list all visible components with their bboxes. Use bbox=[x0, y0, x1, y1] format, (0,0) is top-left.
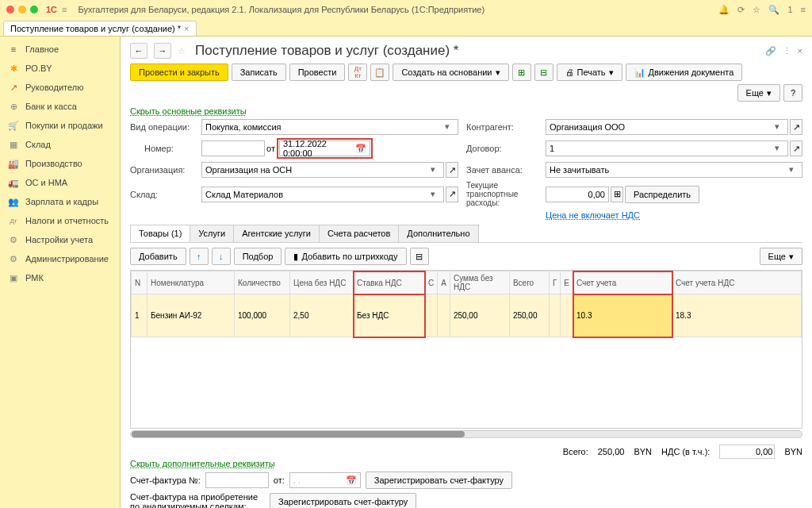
op-type-select[interactable]: Покупка, комиссия▾ bbox=[201, 119, 458, 135]
table-row[interactable]: 1 Бензин АИ-92 100,000 2,50 Без НДС 250,… bbox=[132, 294, 802, 337]
cell-total[interactable]: 250,00 bbox=[509, 294, 549, 337]
window-min-icon[interactable] bbox=[18, 6, 26, 13]
cell-a[interactable] bbox=[438, 294, 450, 337]
cell-g[interactable] bbox=[549, 294, 560, 337]
structure-button[interactable]: 📋 bbox=[370, 64, 389, 81]
calendar-icon[interactable]: 📅 bbox=[346, 475, 357, 486]
sidebar-item-poby[interactable]: ✱PO.BY bbox=[0, 59, 120, 78]
cell-nom[interactable]: Бензин АИ-92 bbox=[147, 294, 235, 337]
cell-s[interactable] bbox=[425, 294, 438, 337]
dtkt-icon: Дт bbox=[8, 215, 19, 226]
move-up-button[interactable]: ↑ bbox=[190, 248, 209, 265]
distribute-button[interactable]: Распределить bbox=[625, 186, 699, 203]
menu-icon[interactable]: ≡ bbox=[801, 5, 806, 15]
sidebar-item-rmk[interactable]: ▣РМК bbox=[0, 268, 120, 287]
number-input[interactable] bbox=[201, 140, 265, 156]
sidebar-item-salary[interactable]: 👥Зарплата и кадры bbox=[0, 192, 120, 211]
sidebar-item-main[interactable]: ≡Главное bbox=[0, 40, 120, 59]
cell-acct[interactable]: 10.3 bbox=[573, 294, 672, 337]
calendar-icon[interactable]: 📅 bbox=[355, 144, 366, 154]
favorite-icon[interactable]: ☆ bbox=[178, 46, 186, 56]
document-tab[interactable]: Поступление товаров и услуг (создание) *… bbox=[3, 21, 197, 36]
contract-input[interactable]: 1▾ bbox=[546, 140, 788, 156]
window-close-icon[interactable] bbox=[6, 6, 14, 13]
select-button[interactable]: Подбор bbox=[234, 248, 282, 265]
warehouse-input[interactable]: Склад Материалов▾ bbox=[201, 187, 444, 202]
org-input[interactable]: Организация на ОСН▾ bbox=[201, 162, 444, 178]
sidebar-item-production[interactable]: 🏭Производство bbox=[0, 154, 120, 173]
cell-vat-rate[interactable]: Без НДС bbox=[354, 294, 425, 337]
sidebar-item-warehouse[interactable]: ▦Склад bbox=[0, 135, 120, 154]
cell-e[interactable] bbox=[561, 294, 573, 337]
tab-services[interactable]: Услуги bbox=[190, 225, 234, 242]
sidebar-item-sales[interactable]: 🛒Покупки и продажи bbox=[0, 116, 120, 135]
search-icon[interactable]: 🔍 bbox=[768, 5, 779, 15]
barcode-button[interactable]: ▮ Добавить по штрихкоду bbox=[285, 248, 406, 265]
table-more-button[interactable]: Еще ▾ bbox=[760, 248, 802, 265]
register-invoice-button-2[interactable]: Зарегистрировать счет-фактуру bbox=[270, 493, 416, 508]
vat-input[interactable] bbox=[719, 444, 775, 459]
hide-extra-link[interactable]: Скрыть дополнительные реквизиты bbox=[130, 459, 275, 468]
sidebar-item-taxes[interactable]: ДтНалоги и отчетность bbox=[0, 211, 120, 230]
save-button[interactable]: Записать bbox=[232, 64, 286, 81]
open-icon[interactable]: ↗ bbox=[790, 119, 802, 135]
sidebar-item-bank[interactable]: ⊕Банк и касса bbox=[0, 97, 120, 116]
goods-table[interactable]: N Номенклатура Количество Цена без НДС С… bbox=[130, 270, 802, 429]
movements-button[interactable]: 📊 Движения документа bbox=[626, 64, 743, 81]
tab-accounts[interactable]: Счета расчетов bbox=[319, 225, 399, 242]
post-button[interactable]: Провести bbox=[289, 64, 346, 81]
open-icon[interactable]: ↗ bbox=[446, 162, 458, 178]
bell-icon[interactable]: 🔔 bbox=[718, 5, 730, 15]
open-icon[interactable]: ↗ bbox=[790, 140, 802, 156]
invoice-no-input[interactable] bbox=[205, 472, 269, 488]
invoice-date-input[interactable]: . .📅 bbox=[289, 472, 361, 488]
price-no-vat-link[interactable]: Цена не включает НДС bbox=[546, 210, 802, 220]
sidebar-item-settings[interactable]: ⚙Настройки учета bbox=[0, 230, 120, 249]
help-button[interactable]: ? bbox=[783, 84, 802, 102]
transport-input[interactable]: 0,00 bbox=[546, 187, 609, 202]
col-n: N bbox=[132, 271, 147, 294]
dtkt-button[interactable]: ДтКт bbox=[348, 64, 367, 81]
date-input[interactable]: 31.12.2022 0:00:00📅 bbox=[279, 140, 370, 156]
cell-qty[interactable]: 100,000 bbox=[235, 294, 290, 337]
excel-import-icon[interactable]: ⊟ bbox=[534, 64, 553, 81]
calc-icon[interactable]: ⊞ bbox=[611, 187, 623, 202]
hamburger-icon[interactable]: ≡ bbox=[62, 5, 67, 14]
star-icon[interactable]: ☆ bbox=[753, 5, 760, 15]
settings-icon[interactable]: ⊟ bbox=[410, 248, 429, 265]
sidebar-item-manager[interactable]: ↗Руководителю bbox=[0, 78, 120, 97]
print-button[interactable]: 🖨 Печать ▾ bbox=[557, 64, 622, 81]
cell-sum[interactable]: 250,00 bbox=[450, 294, 509, 337]
forward-button[interactable]: → bbox=[154, 43, 171, 59]
hide-details-link[interactable]: Скрыть основные реквизиты bbox=[130, 106, 247, 116]
history-icon[interactable]: ⟳ bbox=[737, 5, 745, 15]
close-icon[interactable]: × bbox=[184, 24, 189, 33]
link-icon[interactable]: 🔗 bbox=[765, 46, 776, 56]
post-close-button[interactable]: Провести и закрыть bbox=[130, 64, 228, 81]
open-icon[interactable]: ↗ bbox=[446, 187, 458, 202]
tab-goods[interactable]: Товары (1) bbox=[130, 225, 190, 242]
advance-select[interactable]: Не зачитывать▾ bbox=[546, 162, 802, 178]
register-invoice-button[interactable]: Зарегистрировать счет-фактуру bbox=[366, 471, 512, 489]
back-button[interactable]: ← bbox=[130, 43, 147, 59]
tab-additional[interactable]: Дополнительно bbox=[398, 225, 478, 242]
col-total: Всего bbox=[509, 271, 549, 294]
more-button[interactable]: Еще ▾ bbox=[737, 84, 780, 102]
move-down-button[interactable]: ↓ bbox=[212, 248, 231, 265]
horizontal-scrollbar[interactable] bbox=[130, 430, 802, 438]
user-icon[interactable]: 1 bbox=[787, 5, 792, 15]
excel-export-icon[interactable]: ⊞ bbox=[512, 64, 531, 81]
add-button[interactable]: Добавить bbox=[130, 248, 186, 265]
total-label: Всего: bbox=[563, 447, 588, 456]
close-icon[interactable]: × bbox=[798, 46, 802, 56]
sidebar-item-admin[interactable]: ⚙Администрирование bbox=[0, 249, 120, 268]
counterparty-input[interactable]: Организация ООО▾ bbox=[546, 119, 788, 135]
sidebar-item-assets[interactable]: 🚛ОС и НМА bbox=[0, 173, 120, 192]
window-max-icon[interactable] bbox=[30, 6, 38, 13]
cell-acct-vat[interactable]: 18.3 bbox=[672, 294, 802, 337]
col-s: С bbox=[425, 271, 438, 294]
more-icon[interactable]: ⋮ bbox=[783, 46, 791, 56]
create-based-button[interactable]: Создать на основании ▾ bbox=[393, 64, 508, 81]
cell-price[interactable]: 2,50 bbox=[290, 294, 354, 337]
tab-agent[interactable]: Агентские услуги bbox=[233, 225, 320, 242]
